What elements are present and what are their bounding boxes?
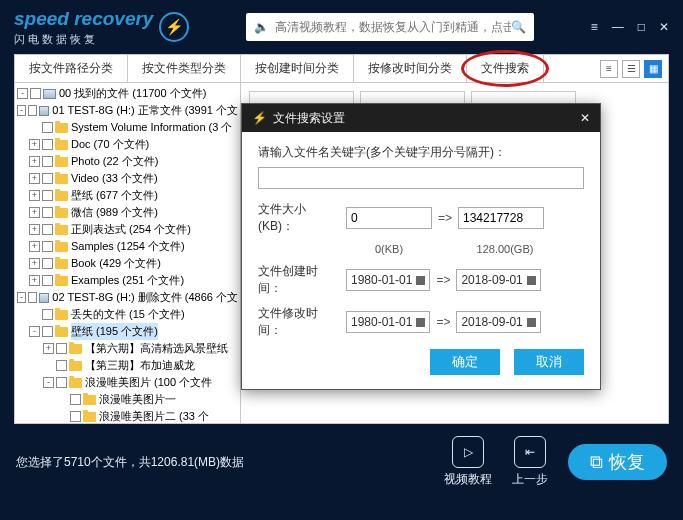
tree-label: 浪漫唯美图片一 bbox=[99, 391, 176, 408]
checkbox[interactable] bbox=[42, 258, 53, 269]
checkbox[interactable] bbox=[42, 190, 53, 201]
mtime-from-input[interactable]: 1980-01-01 bbox=[346, 311, 430, 333]
menu-icon[interactable]: ≡ bbox=[591, 20, 598, 34]
close-icon[interactable]: ✕ bbox=[659, 20, 669, 34]
tree-row[interactable]: +Photo (22 个文件) bbox=[15, 153, 240, 170]
expander-icon[interactable]: - bbox=[29, 326, 40, 337]
tree-label: 浪漫唯美图片 (100 个文件 bbox=[85, 374, 212, 391]
expander-icon[interactable]: + bbox=[29, 241, 40, 252]
checkbox[interactable] bbox=[42, 156, 53, 167]
tutorial-text[interactable] bbox=[275, 20, 511, 34]
expander-icon[interactable]: + bbox=[29, 207, 40, 218]
checkbox[interactable] bbox=[42, 224, 53, 235]
expander-icon[interactable]: + bbox=[29, 190, 40, 201]
expander-icon[interactable]: + bbox=[43, 343, 54, 354]
tree-row[interactable]: +【第六期】高清精选风景壁纸 bbox=[15, 340, 240, 357]
size-to-input[interactable] bbox=[458, 207, 544, 229]
tree-row[interactable]: +Examples (251 个文件) bbox=[15, 272, 240, 289]
tree-row[interactable]: +Samples (1254 个文件) bbox=[15, 238, 240, 255]
tab-by-path[interactable]: 按文件路径分类 bbox=[15, 55, 128, 82]
checkbox[interactable] bbox=[42, 275, 53, 286]
checkbox[interactable] bbox=[28, 105, 37, 116]
view-list-icon[interactable]: ≡ bbox=[600, 60, 618, 78]
size-from-input[interactable] bbox=[346, 207, 432, 229]
ctime-to-input[interactable]: 2018-09-01 bbox=[456, 269, 540, 291]
folder-icon bbox=[55, 259, 68, 269]
tutorial-banner[interactable]: 🔈 🔍 bbox=[246, 13, 534, 41]
checkbox[interactable] bbox=[42, 241, 53, 252]
view-detail-icon[interactable]: ☰ bbox=[622, 60, 640, 78]
ctime-from-input[interactable]: 1980-01-01 bbox=[346, 269, 430, 291]
checkbox[interactable] bbox=[42, 309, 53, 320]
tree-row[interactable]: +壁纸 (677 个文件) bbox=[15, 187, 240, 204]
checkbox[interactable] bbox=[42, 173, 53, 184]
tree-row[interactable]: 丢失的文件 (15 个文件) bbox=[15, 306, 240, 323]
tree-row[interactable]: +微信 (989 个文件) bbox=[15, 204, 240, 221]
tree-label: 【第三期】布加迪威龙 bbox=[85, 357, 195, 374]
file-tree[interactable]: -00 找到的文件 (11700 个文件)-01 TEST-8G (H:) 正常… bbox=[15, 83, 241, 423]
tab-by-type[interactable]: 按文件类型分类 bbox=[128, 55, 241, 82]
expander-icon[interactable]: - bbox=[17, 105, 26, 116]
checkbox[interactable] bbox=[30, 88, 41, 99]
checkbox[interactable] bbox=[70, 411, 81, 422]
tab-by-ctime[interactable]: 按创建时间分类 bbox=[241, 55, 354, 82]
folder-icon bbox=[55, 225, 68, 235]
tree-row[interactable]: -01 TEST-8G (H:) 正常文件 (3991 个文 bbox=[15, 102, 240, 119]
folder-icon bbox=[55, 140, 68, 150]
tree-row[interactable]: -壁纸 (195 个文件) bbox=[15, 323, 240, 340]
checkbox[interactable] bbox=[56, 343, 67, 354]
tree-row[interactable]: +正则表达式 (254 个文件) bbox=[15, 221, 240, 238]
tree-label: Book (429 个文件) bbox=[71, 255, 161, 272]
back-button[interactable]: ⇤ 上一步 bbox=[512, 436, 548, 488]
tree-row[interactable]: +Book (429 个文件) bbox=[15, 255, 240, 272]
expander-icon[interactable]: - bbox=[17, 88, 28, 99]
tree-row[interactable]: +Doc (70 个文件) bbox=[15, 136, 240, 153]
expander-icon[interactable]: - bbox=[43, 377, 54, 388]
ok-button[interactable]: 确定 bbox=[430, 349, 500, 375]
checkbox[interactable] bbox=[42, 122, 53, 133]
expander-icon[interactable]: + bbox=[29, 275, 40, 286]
folder-icon bbox=[55, 327, 68, 337]
expander-icon[interactable]: + bbox=[29, 173, 40, 184]
view-grid-icon[interactable]: ▦ bbox=[644, 60, 662, 78]
folder-icon bbox=[55, 157, 68, 167]
tree-label: 壁纸 (677 个文件) bbox=[71, 187, 158, 204]
checkbox[interactable] bbox=[56, 360, 67, 371]
dialog-titlebar[interactable]: ⚡ 文件搜索设置 ✕ bbox=[242, 104, 600, 132]
minimize-icon[interactable]: — bbox=[612, 20, 624, 34]
checkbox[interactable] bbox=[56, 377, 67, 388]
tree-row[interactable]: 浪漫唯美图片二 (33 个 bbox=[15, 408, 240, 423]
tab-by-mtime[interactable]: 按修改时间分类 bbox=[354, 55, 467, 82]
video-tutorial-button[interactable]: ▷ 视频教程 bbox=[444, 436, 492, 488]
cancel-button[interactable]: 取消 bbox=[514, 349, 584, 375]
tab-file-search[interactable]: 文件搜索 bbox=[467, 55, 544, 82]
tree-label: 浪漫唯美图片二 (33 个 bbox=[99, 408, 209, 423]
logo: speed recovery 闪 电 数 据 恢 复 ⚡ bbox=[14, 8, 189, 47]
checkbox[interactable] bbox=[70, 394, 81, 405]
tree-row[interactable]: -02 TEST-8G (H:) 删除文件 (4866 个文 bbox=[15, 289, 240, 306]
expander-icon[interactable]: - bbox=[17, 292, 26, 303]
dialog-close-icon[interactable]: ✕ bbox=[580, 111, 590, 125]
size-to-hint: 128.00(GB) bbox=[462, 243, 548, 255]
back-icon: ⇤ bbox=[525, 445, 535, 459]
checkbox[interactable] bbox=[42, 207, 53, 218]
checkbox[interactable] bbox=[28, 292, 37, 303]
tree-row[interactable]: 浪漫唯美图片一 bbox=[15, 391, 240, 408]
expander-icon[interactable]: + bbox=[29, 258, 40, 269]
checkbox[interactable] bbox=[42, 326, 53, 337]
tree-label: Samples (1254 个文件) bbox=[71, 238, 185, 255]
expander-icon[interactable]: + bbox=[29, 156, 40, 167]
tree-row[interactable]: -00 找到的文件 (11700 个文件) bbox=[15, 85, 240, 102]
expander-icon[interactable]: + bbox=[29, 224, 40, 235]
search-icon[interactable]: 🔍 bbox=[511, 20, 526, 34]
tree-row[interactable]: +Video (33 个文件) bbox=[15, 170, 240, 187]
recover-button[interactable]: ⧉ 恢复 bbox=[568, 444, 667, 480]
tree-row[interactable]: -浪漫唯美图片 (100 个文件 bbox=[15, 374, 240, 391]
checkbox[interactable] bbox=[42, 139, 53, 150]
expander-icon[interactable]: + bbox=[29, 139, 40, 150]
keyword-input[interactable] bbox=[258, 167, 584, 189]
tree-row[interactable]: System Volume Information (3 个 bbox=[15, 119, 240, 136]
tree-row[interactable]: 【第三期】布加迪威龙 bbox=[15, 357, 240, 374]
maximize-icon[interactable]: □ bbox=[638, 20, 645, 34]
mtime-to-input[interactable]: 2018-09-01 bbox=[456, 311, 540, 333]
